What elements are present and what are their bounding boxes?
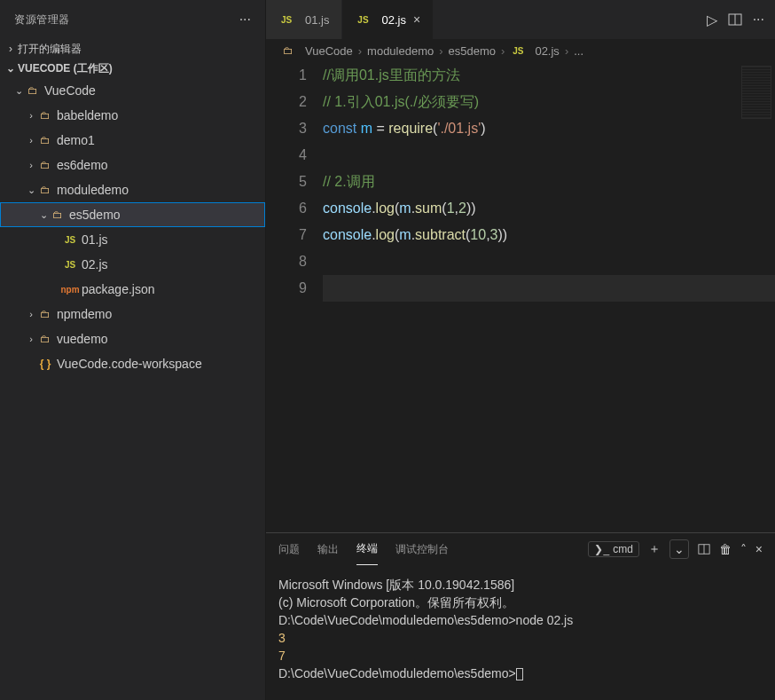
folder-moduledemo[interactable]: ⌄ 🗀 moduledemo	[0, 177, 265, 202]
file-workspace[interactable]: { } VueCode.code-workspace	[0, 351, 265, 376]
close-panel-icon[interactable]: ×	[755, 542, 763, 556]
sidebar-more-icon[interactable]: ···	[239, 12, 251, 28]
terminal-line: 7	[278, 647, 763, 665]
folder-label: moduledemo	[57, 183, 129, 197]
run-icon[interactable]: ▷	[707, 12, 717, 28]
breadcrumb[interactable]: 🗀 VueCode › moduledemo › es5demo › JS 02…	[266, 39, 775, 62]
trash-icon[interactable]: 🗑	[719, 542, 732, 556]
folder-demo1[interactable]: › 🗀 demo1	[0, 128, 265, 153]
folder-icon: 🗀	[25, 84, 41, 97]
line-number: 3	[266, 115, 307, 142]
code-line[interactable]	[323, 142, 775, 169]
folder-icon: 🗀	[50, 208, 66, 221]
terminal-cursor	[516, 668, 523, 680]
more-icon[interactable]: ···	[753, 12, 764, 28]
breadcrumb-part[interactable]: moduledemo	[367, 44, 434, 58]
code-line[interactable]: //调用01.js里面的方法	[323, 62, 775, 89]
folder-icon: 🗀	[280, 44, 296, 57]
line-number: 1	[266, 62, 307, 89]
minimap[interactable]	[741, 66, 771, 119]
breadcrumb-part[interactable]: es5demo	[449, 44, 496, 58]
panel-tab-output[interactable]: 输出	[317, 533, 339, 565]
chevron-down-icon: ⌄	[4, 62, 18, 75]
folder-label: VueCode	[44, 83, 96, 98]
code-line[interactable]: // 2.调用	[323, 169, 775, 195]
file-label: 02.js	[82, 257, 108, 271]
breadcrumb-part[interactable]: 02.js	[535, 44, 559, 58]
workspace-header[interactable]: ⌄ VUECODE (工作区)	[0, 59, 265, 78]
chevron-right-icon: ›	[358, 44, 362, 58]
code-line[interactable]: console.log(m.sum(1,2))	[323, 195, 775, 222]
file-packagejson[interactable]: npm package.json	[0, 277, 265, 302]
folder-babeldemo[interactable]: › 🗀 babeldemo	[0, 103, 265, 128]
folder-npmdemo[interactable]: › 🗀 npmdemo	[0, 302, 265, 326]
line-numbers: 123456789	[266, 62, 323, 532]
folder-vuecode[interactable]: ⌄ 🗀 VueCode	[0, 78, 265, 103]
editor-tabs: JS 01.js JS 02.js × ▷ ···	[266, 0, 775, 39]
breadcrumb-part[interactable]: ...	[574, 44, 583, 58]
file-02js[interactable]: JS 02.js	[0, 252, 265, 277]
folder-label: babeldemo	[57, 108, 118, 122]
line-number: 7	[266, 222, 307, 248]
code-content[interactable]: //调用01.js里面的方法// 1.引入01.js(./必须要写)const …	[323, 62, 775, 532]
line-number: 8	[266, 248, 307, 275]
close-icon[interactable]: ×	[413, 12, 420, 27]
sidebar-header: 资源管理器 ···	[0, 0, 265, 39]
folder-es6demo[interactable]: › 🗀 es6demo	[0, 153, 265, 177]
chevron-right-icon: ›	[501, 44, 505, 58]
chevron-right-icon: ›	[565, 44, 568, 58]
file-label: VueCode.code-workspace	[57, 357, 202, 371]
panel-tabs: 问题 输出 终端 调试控制台 ❯_ cmd ＋ ⌄ 🗑 ˄ ×	[266, 533, 775, 565]
panel-tab-terminal[interactable]: 终端	[356, 533, 378, 565]
chevron-right-icon: ›	[25, 160, 37, 170]
folder-label: es6demo	[57, 158, 108, 172]
new-terminal-icon[interactable]: ＋	[648, 541, 661, 557]
breadcrumb-part[interactable]: VueCode	[305, 44, 353, 58]
code-line[interactable]: const m = require('./01.js')	[323, 115, 775, 142]
chevron-down-icon: ⌄	[25, 185, 37, 196]
folder-es5demo[interactable]: ⌄ 🗀 es5demo	[0, 202, 265, 227]
sidebar: 资源管理器 ··· › 打开的编辑器 ⌄ VUECODE (工作区) ⌄ 🗀 V…	[0, 0, 266, 700]
js-icon: JS	[355, 15, 371, 25]
tab-label: 02.js	[381, 13, 405, 27]
code-line[interactable]	[323, 248, 775, 275]
terminal-shell-selector[interactable]: ❯_ cmd	[588, 541, 638, 557]
workspace-label: VUECODE (工作区)	[18, 61, 113, 76]
js-icon: JS	[278, 15, 294, 25]
folder-icon: 🗀	[37, 333, 53, 345]
file-tree: ⌄ 🗀 VueCode › 🗀 babeldemo › 🗀 demo1 › 🗀 …	[0, 78, 265, 700]
code-line[interactable]: console.log(m.subtract(10,3))	[323, 222, 775, 248]
folder-icon: 🗀	[37, 109, 53, 122]
code-editor[interactable]: 123456789 //调用01.js里面的方法// 1.引入01.js(./必…	[266, 62, 775, 532]
panel-tab-problems[interactable]: 问题	[278, 533, 300, 565]
open-editors-label: 打开的编辑器	[18, 42, 82, 57]
file-label: 01.js	[82, 232, 108, 247]
folder-label: npmdemo	[57, 307, 112, 321]
folder-vuedemo[interactable]: › 🗀 vuedemo	[0, 326, 265, 351]
terminal-dropdown-icon[interactable]: ⌄	[669, 539, 689, 559]
tab-label: 01.js	[305, 13, 329, 27]
terminal-line: (c) Microsoft Corporation。保留所有权利。	[278, 594, 763, 611]
code-line[interactable]	[323, 275, 775, 302]
tab-01js[interactable]: JS 01.js	[266, 0, 342, 39]
folder-icon: 🗀	[37, 184, 53, 196]
folder-icon: 🗀	[37, 134, 53, 146]
maximize-panel-icon[interactable]: ˄	[740, 542, 747, 556]
open-editors-header[interactable]: › 打开的编辑器	[0, 39, 265, 59]
tab-actions: ▷ ···	[707, 0, 775, 39]
panel-tab-debug[interactable]: 调试控制台	[395, 533, 449, 565]
line-number: 5	[266, 169, 307, 195]
split-editor-icon[interactable]	[728, 12, 742, 27]
file-01js[interactable]: JS 01.js	[0, 227, 265, 252]
split-terminal-icon[interactable]	[698, 543, 710, 555]
code-line[interactable]: // 1.引入01.js(./必须要写)	[323, 89, 775, 115]
folder-label: vuedemo	[57, 332, 108, 346]
tab-02js[interactable]: JS 02.js ×	[342, 0, 434, 39]
line-number: 9	[266, 275, 307, 302]
chevron-right-icon: ›	[25, 334, 37, 344]
line-number: 2	[266, 89, 307, 115]
panel-actions: ❯_ cmd ＋ ⌄ 🗑 ˄ ×	[588, 539, 763, 559]
folder-icon: 🗀	[37, 308, 53, 320]
terminal-content[interactable]: Microsoft Windows [版本 10.0.19042.1586](c…	[266, 565, 775, 700]
chevron-right-icon: ›	[4, 43, 18, 55]
